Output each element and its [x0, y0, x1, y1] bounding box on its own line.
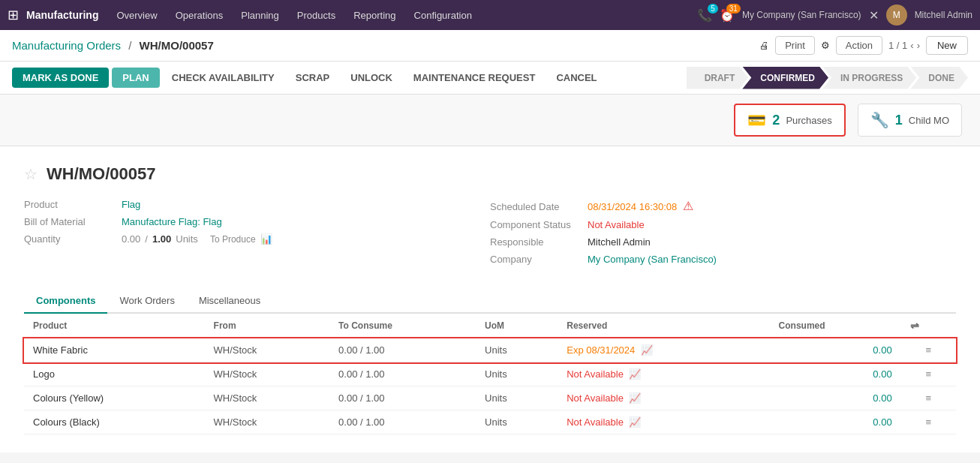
- cancel-button[interactable]: CANCEL: [547, 68, 606, 88]
- breadcrumb-current: WH/MO/00057: [140, 39, 214, 52]
- form-grid: Product Flag Bill of Material Manufactur…: [24, 199, 956, 271]
- forecast-icon[interactable]: 📈: [629, 416, 641, 428]
- cell-to-consume: 0.00 / 1.00: [329, 338, 476, 362]
- responsible-row: Responsible Mitchell Admin: [490, 236, 956, 248]
- cell-consumed: 0.00: [770, 410, 901, 434]
- cell-uom: Units: [476, 362, 558, 386]
- breadcrumb-sep: /: [128, 39, 134, 52]
- purchases-smart-button[interactable]: 💳 2 Purchases: [734, 104, 845, 137]
- bom-value[interactable]: Manufacture Flag: Flag: [122, 216, 222, 227]
- table-row: Colours (Black) WH/Stock 0.00 / 1.00 Uni…: [24, 410, 956, 434]
- nav-configuration[interactable]: Configuration: [407, 7, 479, 24]
- product-row: Product Flag: [24, 199, 490, 210]
- product-value[interactable]: Flag: [122, 199, 140, 210]
- cell-reserved: Not Available 📈: [558, 410, 769, 434]
- new-button[interactable]: New: [926, 36, 968, 55]
- nav-products[interactable]: Products: [290, 7, 343, 24]
- cell-product: Logo: [24, 362, 205, 386]
- bom-label: Bill of Material: [24, 216, 122, 227]
- breadcrumb-parent[interactable]: Manufacturing Orders: [12, 39, 121, 52]
- cell-to-consume: 0.00 / 1.00: [329, 410, 476, 434]
- phone-badge: 5: [708, 4, 718, 14]
- record-header: ☆ WH/MO/00057: [24, 164, 956, 184]
- favorite-star[interactable]: ☆: [24, 165, 38, 183]
- cell-row-actions[interactable]: ≡: [901, 386, 956, 410]
- chart-icon: 📊: [260, 233, 272, 245]
- cell-row-actions[interactable]: ≡: [901, 362, 956, 386]
- app-grid-icon[interactable]: ⊞: [8, 7, 19, 23]
- scheduled-date-value[interactable]: 08/31/2024 16:30:08: [588, 201, 677, 212]
- quantity-label: Quantity: [24, 233, 122, 245]
- nav-operations[interactable]: Operations: [168, 7, 231, 24]
- status-confirmed[interactable]: CONFIRMED: [742, 67, 828, 89]
- status-done[interactable]: DONE: [910, 67, 968, 89]
- app-name: Manufacturing: [26, 9, 98, 21]
- tab-miscellaneous[interactable]: Miscellaneous: [187, 289, 272, 314]
- cell-row-actions[interactable]: ≡: [901, 410, 956, 434]
- plan-button[interactable]: PLAN: [112, 68, 159, 88]
- prev-page-icon[interactable]: ‹: [910, 40, 913, 51]
- tools-icon[interactable]: ✕: [869, 8, 879, 23]
- cell-uom: Units: [476, 338, 558, 362]
- cell-reserved: Not Available 📈: [558, 362, 769, 386]
- col-product: Product: [24, 314, 205, 338]
- warning-icon: ⚠: [683, 199, 693, 213]
- cell-from: WH/Stock: [205, 386, 330, 410]
- phone-icon[interactable]: 📞5: [697, 8, 712, 23]
- status-pipeline: DRAFT CONFIRMED IN PROGRESS DONE: [687, 67, 968, 89]
- cell-consumed: 0.00: [770, 338, 901, 362]
- print-button[interactable]: Print: [775, 36, 815, 55]
- to-produce-label: To Produce: [210, 234, 256, 245]
- tab-components[interactable]: Components: [24, 289, 107, 314]
- status-draft[interactable]: DRAFT: [687, 67, 749, 89]
- components-table: Product From To Consume UoM Reserved Con…: [24, 314, 956, 434]
- check-availability-button[interactable]: CHECK AVAILABILITY: [163, 68, 284, 88]
- breadcrumb-actions: 🖨 Print ⚙ Action 1 / 1 ‹ › New: [759, 36, 968, 55]
- nav-planning[interactable]: Planning: [233, 7, 287, 24]
- form-left: Product Flag Bill of Material Manufactur…: [24, 199, 490, 271]
- status-in-progress[interactable]: IN PROGRESS: [822, 67, 916, 89]
- form-right: Scheduled Date 08/31/2024 16:30:08 ⚠ Com…: [490, 199, 956, 271]
- qty-sep: /: [145, 233, 148, 245]
- adjust-columns-icon[interactable]: ⇌: [910, 320, 919, 332]
- scheduled-date-label: Scheduled Date: [490, 201, 588, 212]
- scrap-button[interactable]: SCRAP: [287, 68, 339, 88]
- component-status-label: Component Status: [490, 219, 588, 230]
- col-consumed: Consumed: [770, 314, 901, 338]
- user-avatar[interactable]: M: [886, 5, 907, 26]
- forecast-icon[interactable]: 📈: [641, 344, 653, 356]
- cell-consumed: 0.00: [770, 362, 901, 386]
- component-status-row: Component Status Not Available: [490, 219, 956, 230]
- forecast-icon[interactable]: 📈: [629, 368, 641, 380]
- print-icon: 🖨: [759, 40, 769, 51]
- qty-current[interactable]: 0.00: [122, 233, 140, 245]
- responsible-label: Responsible: [490, 236, 588, 248]
- wrench-icon: 🔧: [870, 111, 889, 129]
- cell-product: White Fabric: [24, 338, 205, 362]
- user-name: Mitchell Admin: [915, 10, 972, 20]
- child-mo-smart-button[interactable]: 🔧 1 Child MO: [858, 104, 962, 137]
- cell-product: Colours (Yellow): [24, 386, 205, 410]
- nav-overview[interactable]: Overview: [109, 7, 164, 24]
- component-status-value: Not Available: [588, 219, 645, 230]
- purchases-label: Purchases: [786, 115, 831, 126]
- clock-icon[interactable]: ⏰31: [720, 8, 735, 23]
- cell-product: Colours (Black): [24, 410, 205, 434]
- quantity-value: 0.00 / 1.00 Units: [122, 233, 198, 245]
- responsible-value[interactable]: Mitchell Admin: [588, 236, 651, 248]
- company-value[interactable]: My Company (San Francisco): [588, 254, 717, 265]
- qty-target[interactable]: 1.00: [152, 233, 171, 245]
- next-page-icon[interactable]: ›: [917, 40, 920, 51]
- action-button[interactable]: Action: [836, 36, 882, 55]
- col-actions: ⇌: [901, 314, 956, 338]
- tab-work-orders[interactable]: Work Orders: [107, 289, 186, 314]
- forecast-icon[interactable]: 📈: [629, 392, 641, 404]
- cell-uom: Units: [476, 386, 558, 410]
- unlock-button[interactable]: UNLOCK: [341, 68, 401, 88]
- nav-reporting[interactable]: Reporting: [346, 7, 403, 24]
- mark-as-done-button[interactable]: MARK AS DONE: [12, 68, 109, 88]
- purchases-count: 2: [772, 113, 780, 128]
- cell-row-actions[interactable]: ≡: [901, 338, 956, 362]
- action-bar: MARK AS DONE PLAN CHECK AVAILABILITY SCR…: [0, 62, 980, 95]
- maintenance-request-button[interactable]: MAINTENANCE REQUEST: [404, 68, 545, 88]
